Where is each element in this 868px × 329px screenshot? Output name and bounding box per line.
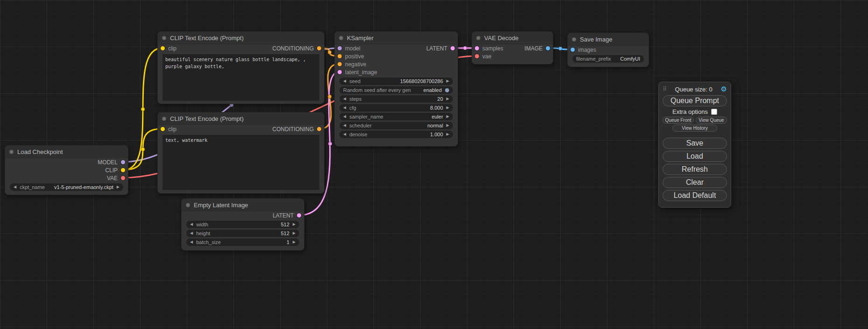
positive-prompt-textarea[interactable]: beautiful scenery nature glass bottle la… <box>162 54 319 101</box>
input-label: model <box>345 45 360 52</box>
collapse-dot[interactable] <box>572 37 576 42</box>
output-slot-conditioning[interactable] <box>317 46 321 50</box>
widget-height[interactable]: ◀ height 512 ▶ <box>186 230 299 237</box>
link-midpoint-dot <box>328 95 332 98</box>
clear-button[interactable]: Clear <box>663 177 727 188</box>
node-clip-text-encode-positive[interactable]: CLIP Text Encode (Prompt) clip CONDITION… <box>157 31 325 104</box>
node-vae-decode[interactable]: VAE Decode samples IMAGE vae <box>472 31 553 64</box>
collapse-dot[interactable] <box>339 36 343 40</box>
input-slot-samples[interactable] <box>475 46 479 50</box>
input-slot-clip[interactable] <box>161 46 165 50</box>
decrement-arrow-icon[interactable]: ◀ <box>343 79 346 83</box>
decrement-arrow-icon[interactable]: ◀ <box>190 231 193 235</box>
widget-ckpt-name[interactable]: ◀ ckpt_name v1-5-pruned-emaonly.ckpt ▶ <box>10 183 123 191</box>
widget-steps[interactable]: ◀ steps 20 ▶ <box>339 95 453 103</box>
node-load-checkpoint[interactable]: Load Checkpoint MODEL CLIP VAE ◀ ckpt_na… <box>5 145 128 195</box>
node-ksampler[interactable]: KSampler model LATENT positive negative … <box>334 31 458 147</box>
slot-row: latent_image <box>335 68 458 76</box>
node-title-bar[interactable]: KSampler <box>335 32 458 44</box>
collapse-dot[interactable] <box>476 36 480 40</box>
output-slot-clip[interactable] <box>121 168 125 172</box>
node-empty-latent-image[interactable]: Empty Latent Image LATENT ◀ width 512 ▶ … <box>181 198 304 251</box>
node-canvas[interactable]: { "colors": { "MODEL": "#B39DDB", "CLIP"… <box>0 0 868 329</box>
collapse-dot[interactable] <box>186 203 190 207</box>
input-slot-clip[interactable] <box>161 127 165 131</box>
collapse-dot[interactable] <box>162 36 166 40</box>
load-button[interactable]: Load <box>663 151 727 162</box>
decrement-arrow-icon[interactable]: ◀ <box>343 115 346 119</box>
widget-value: 156680208700286 <box>400 78 443 84</box>
decrement-arrow-icon[interactable]: ◀ <box>343 106 346 110</box>
widget-value: enabled <box>423 87 442 93</box>
extra-options-checkbox[interactable] <box>711 109 717 115</box>
increment-arrow-icon[interactable]: ▶ <box>293 223 296 226</box>
widget-sampler-name[interactable]: ◀ sampler_name euler ▶ <box>339 113 453 120</box>
decrement-arrow-icon[interactable]: ◀ <box>343 124 346 127</box>
view-history-button[interactable]: View History <box>672 125 717 132</box>
refresh-button[interactable]: Refresh <box>663 164 727 175</box>
widget-cfg[interactable]: ◀ cfg 8.000 ▶ <box>339 104 453 112</box>
load-default-button[interactable]: Load Default <box>663 190 727 201</box>
collapse-dot[interactable] <box>162 117 166 121</box>
output-slot-conditioning[interactable] <box>317 127 321 131</box>
node-clip-text-encode-negative[interactable]: CLIP Text Encode (Prompt) clip CONDITION… <box>157 112 325 194</box>
link-midpoint-dot <box>463 46 467 50</box>
toggle-dot[interactable] <box>445 88 449 92</box>
increment-arrow-icon[interactable]: ▶ <box>446 97 449 101</box>
increment-arrow-icon[interactable]: ▶ <box>446 79 449 83</box>
node-title-bar[interactable]: VAE Decode <box>472 32 553 44</box>
settings-gear-icon[interactable]: ⚙ <box>721 85 727 93</box>
widget-width[interactable]: ◀ width 512 ▶ <box>186 221 299 228</box>
widget-batch-size[interactable]: ◀ batch_size 1 ▶ <box>186 238 299 246</box>
widget-denoise[interactable]: ◀ denoise 1.000 ▶ <box>339 131 453 138</box>
increment-arrow-icon[interactable]: ▶ <box>293 231 296 235</box>
widget-random-seed-toggle[interactable]: Random seed after every gen enabled <box>339 86 453 94</box>
widget-seed[interactable]: ◀ seed 156680208700286 ▶ <box>339 77 453 85</box>
node-title-bar[interactable]: Empty Latent Image <box>182 199 304 211</box>
input-slot-model[interactable] <box>338 46 342 50</box>
increment-arrow-icon[interactable]: ▶ <box>446 133 449 136</box>
view-queue-button[interactable]: View Queue <box>696 117 727 124</box>
save-button[interactable]: Save <box>663 138 727 149</box>
input-slot-latent-image[interactable] <box>338 70 342 74</box>
input-slot-images[interactable] <box>571 48 575 52</box>
negative-prompt-textarea[interactable]: text, watermark <box>162 135 319 190</box>
increment-arrow-icon[interactable]: ▶ <box>117 185 120 189</box>
decrement-arrow-icon[interactable]: ◀ <box>343 97 346 101</box>
widget-label: height <box>196 231 210 236</box>
widget-scheduler[interactable]: ◀ scheduler normal ▶ <box>339 122 453 129</box>
queue-size-label: Queue size: 0 <box>667 86 721 93</box>
decrement-arrow-icon[interactable]: ◀ <box>190 223 193 226</box>
input-slot-negative[interactable] <box>338 62 342 66</box>
input-slot-vae[interactable] <box>475 54 479 58</box>
output-slot-image[interactable] <box>546 46 550 50</box>
link-midpoint-dot <box>328 142 332 146</box>
collapse-dot[interactable] <box>9 150 14 154</box>
node-save-image[interactable]: Save Image images filename_prefix ComfyU… <box>567 33 649 67</box>
slot-row: clip CONDITIONING <box>158 44 324 52</box>
increment-arrow-icon[interactable]: ▶ <box>446 124 449 127</box>
node-title-bar[interactable]: CLIP Text Encode (Prompt) <box>158 112 324 125</box>
widget-value: ComfyUI <box>620 56 640 62</box>
output-slot-latent[interactable] <box>297 213 301 217</box>
widget-filename-prefix[interactable]: filename_prefix ComfyUI <box>572 55 644 63</box>
widget-label: Random seed after every gen <box>343 87 411 93</box>
increment-arrow-icon[interactable]: ▶ <box>293 240 296 244</box>
queue-prompt-button[interactable]: Queue Prompt <box>663 95 727 106</box>
increment-arrow-icon[interactable]: ▶ <box>446 106 449 110</box>
node-title-bar[interactable]: Load Checkpoint <box>5 146 128 158</box>
queue-front-button[interactable]: Queue Front <box>663 117 694 124</box>
decrement-arrow-icon[interactable]: ◀ <box>14 185 16 189</box>
output-slot-vae[interactable] <box>121 176 125 180</box>
decrement-arrow-icon[interactable]: ◀ <box>190 240 193 244</box>
increment-arrow-icon[interactable]: ▶ <box>446 115 449 119</box>
drag-handle-icon[interactable]: ⠿ <box>663 86 667 92</box>
output-slot-model[interactable] <box>121 160 125 164</box>
widget-value: 512 <box>281 231 289 236</box>
input-slot-positive[interactable] <box>338 54 342 58</box>
node-title-bar[interactable]: Save Image <box>568 33 649 46</box>
decrement-arrow-icon[interactable]: ◀ <box>343 133 346 136</box>
input-label: positive <box>345 53 364 60</box>
node-title-bar[interactable]: CLIP Text Encode (Prompt) <box>158 32 324 44</box>
output-slot-latent[interactable] <box>451 46 455 50</box>
